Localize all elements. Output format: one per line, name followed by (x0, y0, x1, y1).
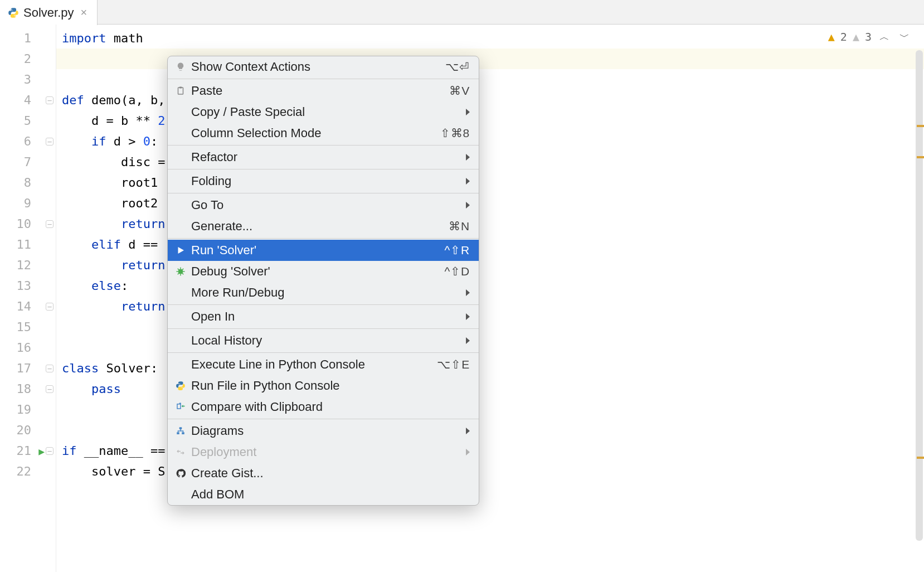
clipboard-icon (174, 86, 187, 96)
menu-item-label: Execute Line in Python Console (191, 357, 432, 372)
menu-item[interactable]: More Run/Debug (168, 282, 479, 303)
editor-tab[interactable]: Solver.py × (0, 0, 98, 25)
submenu-arrow-icon (466, 289, 470, 296)
menu-item[interactable]: Local History (168, 330, 479, 351)
line-number-gutter: 123456789101112131415161718192021▶22 (0, 25, 56, 572)
line-number[interactable]: 2 (0, 49, 56, 69)
line-number[interactable]: 9 (0, 193, 56, 214)
menu-separator (168, 352, 479, 353)
menu-item-label: Run 'Solver' (191, 243, 440, 258)
fold-toggle-icon[interactable] (46, 385, 54, 393)
line-number[interactable]: 4 (0, 90, 56, 110)
menu-item[interactable]: Compare with Clipboard (168, 396, 479, 418)
menu-item[interactable]: Generate...⌘N (168, 216, 479, 237)
fold-toggle-icon[interactable] (46, 365, 54, 372)
weak-warning-icon: ▲ (853, 30, 859, 43)
line-number[interactable]: 6 (0, 131, 56, 152)
line-number[interactable]: 22 (0, 461, 56, 482)
menu-item[interactable]: Diagrams (168, 420, 479, 442)
fold-toggle-icon[interactable] (46, 220, 54, 228)
menu-separator (168, 238, 479, 239)
line-number[interactable]: 1 (0, 28, 56, 49)
line-number[interactable]: 16 (0, 337, 56, 358)
line-number[interactable]: 17 (0, 358, 56, 379)
svg-rect-7 (179, 427, 182, 429)
menu-shortcut: ^⇧D (444, 265, 470, 278)
menu-item[interactable]: Folding (168, 171, 479, 192)
menu-shortcut: ^⇧R (444, 244, 470, 257)
menu-item-label: Copy / Paste Special (191, 105, 461, 119)
menu-item[interactable]: Debug 'Solver'^⇧D (168, 261, 479, 282)
fold-toggle-icon[interactable] (46, 447, 54, 455)
menu-item[interactable]: Refactor (168, 147, 479, 168)
line-number[interactable]: 15 (0, 317, 56, 337)
bulb-icon (174, 62, 187, 72)
scroll-marker[interactable] (917, 156, 924, 158)
menu-item[interactable]: Create Gist... (168, 463, 479, 484)
line-number[interactable]: 20 (0, 420, 56, 440)
line-number[interactable]: 8 (0, 172, 56, 193)
menu-item-label: Column Selection Mode (191, 126, 436, 140)
line-number[interactable]: 10 (0, 214, 56, 234)
menu-item-label: More Run/Debug (191, 285, 461, 300)
svg-rect-3 (179, 87, 182, 89)
line-number[interactable]: 21▶ (0, 440, 56, 461)
line-number[interactable]: 14 (0, 296, 56, 317)
submenu-arrow-icon (466, 178, 470, 185)
line-number[interactable]: 19 (0, 399, 56, 420)
menu-item[interactable]: Execute Line in Python Console⌥⇧E (168, 354, 479, 375)
menu-item-label: Go To (191, 198, 461, 212)
menu-separator (168, 193, 479, 193)
menu-separator (168, 328, 479, 329)
code-line[interactable]: import math (56, 28, 924, 49)
svg-rect-8 (177, 432, 179, 434)
line-number[interactable]: 18 (0, 379, 56, 399)
svg-rect-9 (182, 432, 184, 434)
scrollbar[interactable] (916, 50, 923, 541)
svg-point-0 (11, 8, 12, 9)
menu-item[interactable]: Column Selection Mode⇧⌘8 (168, 123, 479, 144)
fold-toggle-icon[interactable] (46, 303, 54, 311)
menu-item[interactable]: Show Context Actions⌥⏎ (168, 56, 479, 77)
scroll-marker[interactable] (917, 125, 924, 127)
fold-toggle-icon[interactable] (46, 138, 54, 146)
warning-count-2: 3 (865, 30, 872, 43)
menu-item[interactable]: Go To (168, 195, 479, 216)
menu-item[interactable]: Add BOM (168, 484, 479, 505)
inspection-widget[interactable]: ▲ 2 ▲ 3 ︿ ﹀ (828, 30, 912, 43)
menu-item-label: Open In (191, 309, 461, 324)
line-number[interactable]: 13 (0, 275, 56, 296)
github-icon (174, 468, 187, 478)
menu-item[interactable]: Run 'Solver'^⇧R (168, 240, 479, 261)
svg-point-1 (14, 16, 16, 17)
run-gutter-icon[interactable]: ▶ (38, 440, 45, 461)
scroll-marker[interactable] (917, 457, 924, 459)
line-number[interactable]: 7 (0, 152, 56, 172)
menu-item[interactable]: Copy / Paste Special (168, 101, 479, 123)
menu-separator (168, 79, 479, 79)
python-file-icon (8, 7, 19, 18)
menu-item[interactable]: Paste⌘V (168, 80, 479, 101)
menu-item-label: Diagrams (191, 424, 461, 438)
line-number[interactable]: 3 (0, 69, 56, 90)
line-number[interactable]: 5 (0, 110, 56, 131)
menu-item-label: Debug 'Solver' (191, 264, 440, 279)
warning-icon: ▲ (828, 30, 835, 43)
line-number[interactable]: 12 (0, 255, 56, 275)
menu-item-label: Compare with Clipboard (191, 400, 470, 414)
menu-item-label: Deployment (191, 445, 461, 459)
menu-item-label: Local History (191, 333, 461, 348)
python-icon (174, 381, 187, 391)
menu-item[interactable]: Run File in Python Console (168, 375, 479, 396)
warning-count-1: 2 (840, 30, 847, 43)
menu-shortcut: ⌘V (449, 84, 470, 98)
line-number[interactable]: 11 (0, 234, 56, 255)
compare-icon (174, 402, 187, 412)
menu-shortcut: ⇧⌘8 (440, 127, 470, 140)
fold-toggle-icon[interactable] (46, 96, 54, 104)
prev-highlight-icon[interactable]: ︿ (877, 30, 892, 43)
close-tab-icon[interactable]: × (79, 6, 90, 19)
menu-separator (168, 169, 479, 169)
menu-item[interactable]: Open In (168, 306, 479, 327)
next-highlight-icon[interactable]: ﹀ (897, 30, 912, 43)
